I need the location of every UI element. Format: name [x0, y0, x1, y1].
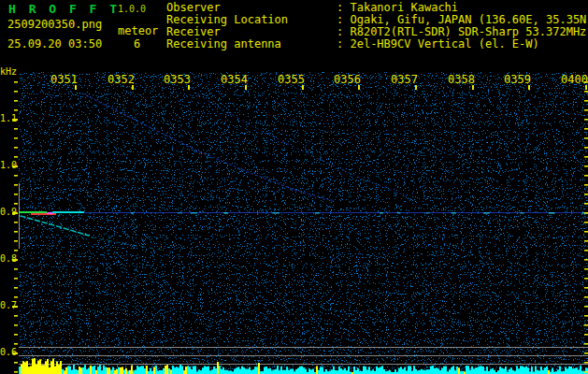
hrofft-window: H R O F F T 1.0.0 2509200350.png meteor … [0, 0, 588, 374]
freq-axis-unit-label: kHz [0, 66, 17, 77]
freq-tick-label: 1.1 [0, 113, 17, 123]
freq-tick-label: 0.7 [0, 300, 17, 310]
time-tick-label: 0359 [492, 73, 531, 86]
time-tick-label: 0354 [208, 73, 248, 86]
freq-tick-label: 0.9 [0, 207, 17, 217]
time-tick-label: 0356 [322, 73, 361, 86]
time-tick-label: 0357 [379, 73, 418, 86]
time-tick-label: 0358 [436, 73, 475, 86]
time-tick-label: 0351 [38, 73, 78, 86]
time-tick-label: 0400 [549, 73, 588, 86]
freq-tick-label: 0.8 [0, 253, 17, 264]
time-tick-label: 0352 [95, 73, 135, 86]
freq-tick-label: 0.6 [0, 347, 17, 357]
freq-tick-label: 1.0 [0, 160, 17, 170]
time-tick-label: 0353 [151, 73, 191, 86]
time-tick-label: 0355 [265, 73, 305, 86]
spectrogram-overlay-canvas [0, 0, 588, 374]
